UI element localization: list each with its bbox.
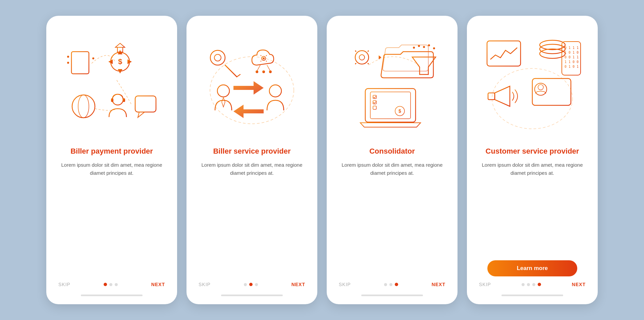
card-title-4: Customer service provider xyxy=(486,147,579,156)
svg-rect-115 xyxy=(532,78,571,105)
next-button-2[interactable]: NEXT xyxy=(291,282,305,287)
svg-point-57 xyxy=(269,70,272,73)
card-footer-1: SKIP NEXT xyxy=(56,282,168,296)
svg-rect-122 xyxy=(488,93,495,100)
dot-1-0 xyxy=(104,283,107,286)
bottom-bar-4 xyxy=(501,295,563,296)
illustration-biller-payment: $ xyxy=(56,26,168,141)
nav-row-2: SKIP NEXT xyxy=(196,282,308,287)
svg-text:$: $ xyxy=(398,108,401,114)
nav-row-4: SKIP NEXT xyxy=(476,282,588,287)
card-desc-2: Lorem ipsum dolor sit dim amet, mea regi… xyxy=(196,161,308,275)
dot-1-2 xyxy=(115,283,118,286)
svg-text:0 1 0 1: 0 1 0 1 xyxy=(565,65,579,68)
next-button-3[interactable]: NEXT xyxy=(432,282,445,287)
card-desc-3: Lorem ipsum dolor sit dim amet, mea regi… xyxy=(336,161,448,275)
svg-line-48 xyxy=(261,55,261,56)
svg-rect-88 xyxy=(365,89,416,122)
svg-line-70 xyxy=(355,51,356,52)
svg-text:1 0 1 0: 1 0 1 0 xyxy=(565,51,579,54)
svg-line-51 xyxy=(261,61,261,61)
card-customer-service-provider: 0 1 1 1 1 0 1 0 0 0 1 1 1 1 0 0 0 1 0 1 xyxy=(467,16,598,304)
dot-4-3 xyxy=(538,283,541,286)
svg-point-102 xyxy=(540,40,565,50)
dot-2-1 xyxy=(249,283,253,286)
dots-4 xyxy=(522,283,541,286)
svg-marker-61 xyxy=(222,98,225,107)
dot-4-2 xyxy=(532,283,535,286)
card-biller-service-provider: Biller service provider Lorem ipsum dolo… xyxy=(186,16,317,304)
svg-point-37 xyxy=(210,50,225,65)
card-footer-3: SKIP NEXT xyxy=(336,282,448,296)
svg-point-64 xyxy=(355,51,369,64)
svg-line-49 xyxy=(266,61,267,61)
svg-point-6 xyxy=(67,56,69,58)
svg-marker-59 xyxy=(233,105,264,118)
nav-row-3: SKIP NEXT xyxy=(336,282,448,287)
svg-line-50 xyxy=(266,55,267,56)
card-desc-1: Lorem ipsum dolor sit dim amet, mea regi… xyxy=(56,161,168,275)
dots-3 xyxy=(384,283,398,286)
svg-point-55 xyxy=(256,70,258,73)
svg-point-29 xyxy=(112,94,123,105)
svg-marker-121 xyxy=(495,86,510,106)
svg-point-60 xyxy=(217,85,229,97)
learn-more-button[interactable]: Learn more xyxy=(487,260,577,276)
svg-point-38 xyxy=(214,54,221,61)
bottom-bar-2 xyxy=(221,295,283,296)
dot-3-1 xyxy=(389,283,392,286)
card-title-2: Biller service provider xyxy=(213,147,290,156)
svg-point-83 xyxy=(423,46,425,48)
next-button-4[interactable]: NEXT xyxy=(572,282,586,287)
svg-point-84 xyxy=(428,44,430,46)
dot-2-0 xyxy=(244,283,247,286)
svg-point-82 xyxy=(418,45,420,47)
dots-1 xyxy=(104,283,118,286)
dot-3-0 xyxy=(384,283,387,286)
card-title-3: Consolidator xyxy=(369,147,415,156)
skip-button-4[interactable]: SKIP xyxy=(479,282,491,287)
svg-point-85 xyxy=(433,47,435,49)
svg-rect-94 xyxy=(373,106,376,109)
card-footer-4: Learn more SKIP NEXT xyxy=(476,260,588,296)
svg-marker-22 xyxy=(115,43,125,47)
svg-rect-0 xyxy=(71,52,89,74)
svg-point-62 xyxy=(269,85,281,97)
svg-text:0 0 1 1: 0 0 1 1 xyxy=(565,55,579,59)
svg-line-52 xyxy=(257,65,260,71)
svg-marker-58 xyxy=(233,81,264,95)
svg-text:1 1 0 0: 1 1 0 0 xyxy=(565,60,579,64)
svg-line-73 xyxy=(355,63,356,64)
svg-line-41 xyxy=(237,74,240,77)
card-consolidator: $ Consolidator Lorem ipsum dolor sit dim… xyxy=(327,16,458,304)
svg-text:$: $ xyxy=(118,57,122,66)
svg-point-56 xyxy=(262,70,265,73)
svg-line-71 xyxy=(368,63,369,64)
skip-button-1[interactable]: SKIP xyxy=(58,282,70,287)
svg-point-7 xyxy=(67,62,69,64)
svg-rect-30 xyxy=(111,98,113,102)
svg-marker-86 xyxy=(412,57,436,74)
cards-container: $ xyxy=(33,2,611,318)
svg-line-39 xyxy=(225,65,237,77)
card-desc-4: Lorem ipsum dolor sit dim amet, mea regi… xyxy=(476,161,588,254)
skip-button-2[interactable]: SKIP xyxy=(199,282,211,287)
card-biller-payment-provider: $ xyxy=(46,16,177,304)
card-footer-2: SKIP NEXT xyxy=(196,282,308,296)
svg-point-81 xyxy=(413,47,415,49)
svg-line-54 xyxy=(267,65,270,71)
dot-4-0 xyxy=(522,283,525,286)
card-title-1: Biller payment provider xyxy=(70,147,153,156)
illustration-customer-service: 0 1 1 1 1 0 1 0 0 0 1 1 1 1 0 0 0 1 0 1 xyxy=(476,26,588,141)
svg-point-117 xyxy=(538,85,543,90)
svg-text:0 1 1 1: 0 1 1 1 xyxy=(565,46,579,50)
next-button-1[interactable]: NEXT xyxy=(151,282,165,287)
skip-button-3[interactable]: SKIP xyxy=(339,282,351,287)
svg-point-116 xyxy=(535,83,547,95)
dot-4-1 xyxy=(527,283,530,286)
dots-2 xyxy=(244,283,258,286)
svg-point-65 xyxy=(359,55,365,60)
bottom-bar-1 xyxy=(81,295,143,296)
illustration-consolidator: $ xyxy=(336,26,448,141)
dot-2-2 xyxy=(255,283,258,286)
